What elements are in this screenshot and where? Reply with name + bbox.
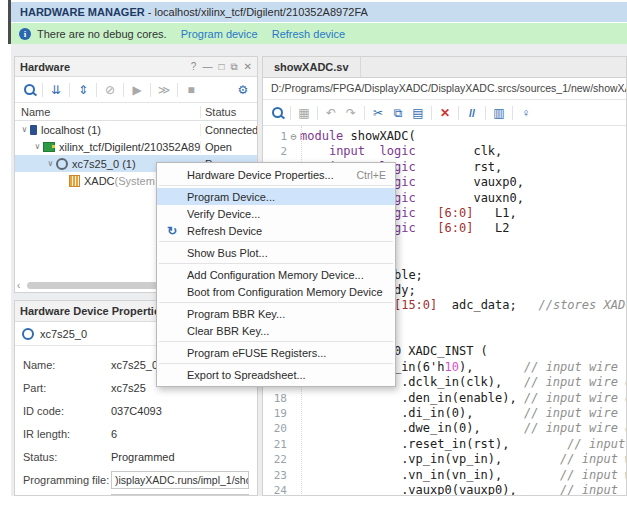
menu-item-label: Clear BBR Key... bbox=[187, 325, 386, 337]
columns-icon[interactable]: ▥ bbox=[489, 102, 509, 124]
property-field: IR length:6 bbox=[23, 422, 249, 445]
hardware-manager-titlebar: HARDWARE MANAGER - localhost/xilinx_tcf/… bbox=[11, 2, 627, 22]
field-value: 037C4093 bbox=[111, 405, 162, 417]
search-icon[interactable] bbox=[267, 107, 287, 118]
menu-item[interactable]: Clear BBR Key... bbox=[157, 322, 395, 339]
menu-item[interactable]: ↻Refresh Device bbox=[157, 222, 395, 239]
save-icon[interactable]: ▦ bbox=[294, 102, 314, 124]
close-icon[interactable]: ✕ bbox=[244, 61, 252, 73]
maximize-icon[interactable]: □ bbox=[218, 61, 224, 73]
field-label: Name: bbox=[23, 359, 111, 371]
line-number: 2 bbox=[263, 144, 287, 159]
disconnect-icon[interactable]: ⊘ bbox=[100, 79, 120, 101]
menu-item[interactable]: Show Bus Plot... bbox=[157, 244, 395, 261]
cut-icon[interactable]: ✂ bbox=[368, 102, 388, 124]
line-number: 22 bbox=[263, 452, 287, 467]
menu-item[interactable]: Program BBR Key... bbox=[157, 305, 395, 322]
float-icon[interactable]: ⧉ bbox=[230, 61, 237, 73]
code-text: input logic clk, bbox=[300, 144, 502, 159]
caret-down-icon[interactable]: ∨ bbox=[19, 125, 30, 134]
tree-row[interactable]: ∨xilinx_tcf/Digilent/210352A8972FAOpen bbox=[15, 138, 257, 155]
collapse-all-icon[interactable]: ⇊ bbox=[46, 79, 66, 101]
scroll-left-icon[interactable]: ‹ bbox=[17, 280, 27, 291]
tree-column-header: Name Status bbox=[15, 103, 257, 121]
menu-item[interactable]: Add Configuration Memory Device... bbox=[157, 266, 395, 283]
toolbar-separator bbox=[431, 106, 432, 120]
titlebar-context-label: - localhost/xilinx_tcf/Digilent/210352A8… bbox=[145, 6, 368, 18]
stop-icon[interactable]: ■ bbox=[181, 79, 201, 101]
menu-item-label: Hardware Device Properties... bbox=[187, 169, 349, 181]
line-number: 19 bbox=[263, 406, 287, 421]
toggle-comment-icon[interactable]: // bbox=[462, 102, 482, 124]
menu-item[interactable]: Export to Spreadsheet... bbox=[157, 366, 395, 383]
run-trigger-icon[interactable]: ▶ bbox=[127, 79, 147, 101]
menu-item[interactable]: Program Device... bbox=[157, 188, 395, 205]
code-line: 22 .vp_in(vp_in), // input wi bbox=[263, 452, 626, 467]
code-line: 24 .vauxp0(vauxp0), // input bbox=[263, 483, 626, 496]
menu-separator bbox=[159, 263, 393, 264]
menu-item-label: Program BBR Key... bbox=[187, 308, 386, 320]
field-label: Status: bbox=[23, 451, 111, 463]
column-status: Status bbox=[200, 106, 257, 118]
code-text: .dwe_in(0), // input wire dw bbox=[300, 421, 627, 436]
info-banner: i There are no debug cores. Program devi… bbox=[11, 23, 627, 44]
tree-row-label: localhost (1) bbox=[41, 124, 101, 136]
field-label: IR length: bbox=[23, 428, 111, 440]
toolbar-separator bbox=[150, 83, 151, 97]
tab-showxadc[interactable]: showXADC.sv bbox=[263, 57, 361, 77]
tree-row-name: ∨localhost (1) bbox=[15, 124, 200, 136]
field-value: xc7s25_0 bbox=[111, 359, 158, 371]
menu-item[interactable]: Boot from Configuration Memory Device bbox=[157, 283, 395, 300]
menu-item[interactable]: Verify Device... bbox=[157, 205, 395, 222]
xadc-icon bbox=[69, 175, 80, 187]
code-line: 18 .den_in(enable), // input wire de bbox=[263, 391, 626, 406]
device-name: xc7s25_0 bbox=[40, 328, 87, 340]
menu-separator bbox=[159, 185, 393, 186]
property-field: Probes file: bbox=[23, 491, 249, 496]
titlebar-app-label: HARDWARE MANAGER bbox=[20, 6, 145, 18]
toolbar-separator bbox=[42, 83, 43, 97]
redo-icon[interactable]: ↷ bbox=[341, 102, 361, 124]
menu-item[interactable]: Program eFUSE Registers... bbox=[157, 344, 395, 361]
caret-down-icon[interactable]: ∨ bbox=[45, 159, 56, 168]
copy-icon[interactable]: ⧉ bbox=[388, 102, 408, 124]
delete-icon[interactable]: ✕ bbox=[435, 102, 455, 124]
code-text: .di_in(0), // input wire [1 bbox=[300, 406, 627, 421]
code-text: .den_in(enable), // input wire de bbox=[300, 391, 627, 406]
info-icon: i bbox=[19, 28, 31, 40]
field-value: xc7s25 bbox=[111, 382, 146, 394]
paste-icon[interactable]: ▤ bbox=[408, 102, 428, 124]
field-input[interactable]: )isplayXADC.runs/impl_1/showXAD( bbox=[111, 471, 249, 489]
field-input[interactable] bbox=[111, 494, 249, 497]
device-chip-icon bbox=[22, 328, 34, 340]
toolbar-separator bbox=[317, 106, 318, 120]
hardware-toolbar: ⇊⇕⊘▶≫■⚙ bbox=[15, 77, 257, 103]
settings-gear-icon[interactable]: ⚙ bbox=[233, 79, 253, 101]
undo-icon[interactable]: ↶ bbox=[321, 102, 341, 124]
help-icon[interactable]: ? bbox=[191, 61, 197, 73]
caret-down-icon[interactable]: ∨ bbox=[32, 142, 43, 151]
refresh-icon: ↻ bbox=[157, 224, 187, 238]
code-text: module showXADC( bbox=[300, 129, 416, 144]
toolbar-separator bbox=[177, 83, 178, 97]
refresh-device-link[interactable]: Refresh device bbox=[272, 28, 345, 40]
field-label: ID code: bbox=[23, 405, 111, 417]
fold-gutter bbox=[287, 452, 300, 467]
panel-window-buttons: ?—□⧉✕ bbox=[185, 61, 252, 73]
code-text: .reset_in(rst), // input bbox=[300, 437, 627, 452]
program-device-link[interactable]: Program device bbox=[181, 28, 258, 40]
lightbulb-icon[interactable]: ♀ bbox=[516, 102, 536, 124]
field-value: Programmed bbox=[111, 451, 175, 463]
expand-all-icon[interactable]: ⇕ bbox=[73, 79, 93, 101]
property-field: Programming file:)isplayXADC.runs/impl_1… bbox=[23, 468, 249, 491]
menu-separator bbox=[159, 302, 393, 303]
tree-row-status: Connected bbox=[200, 124, 257, 136]
menu-separator bbox=[159, 363, 393, 364]
search-icon[interactable] bbox=[19, 84, 39, 95]
menu-item[interactable]: Hardware Device Properties...Ctrl+E bbox=[157, 166, 395, 183]
workspace: Hardware ?—□⧉✕ ⇊⇕⊘▶≫■⚙ Name Status ∨loca… bbox=[11, 44, 627, 496]
minimize-icon[interactable]: — bbox=[202, 61, 212, 73]
tree-row[interactable]: ∨localhost (1)Connected bbox=[15, 121, 257, 138]
run-all-triggers-icon[interactable]: ≫ bbox=[154, 79, 174, 101]
fold-gutter bbox=[287, 421, 300, 436]
